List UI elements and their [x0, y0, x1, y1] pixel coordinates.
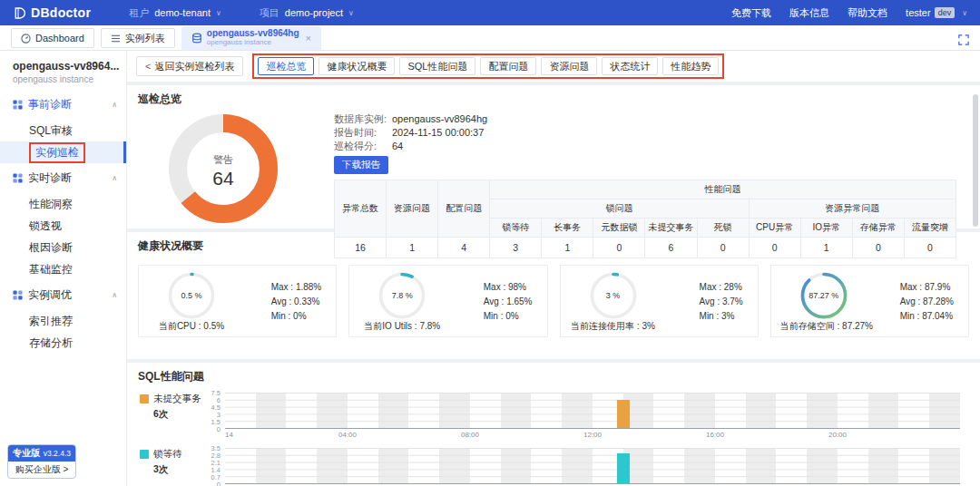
sidebar-item[interactable]: 存储分析 — [0, 332, 126, 354]
tab-label: Dashboard — [35, 33, 84, 44]
brand-name: DBdoctor — [31, 5, 91, 20]
plot-area — [225, 393, 960, 429]
report-tab[interactable]: 资源问题 — [541, 57, 597, 75]
sidebar-menu: 事前诊断∧SQL审核实例巡检实时诊断∧性能洞察锁透视根因诊断基础监控实例调优∧索… — [0, 90, 126, 354]
info-row-score: 巡检得分: 64 — [334, 140, 956, 153]
data-bar[interactable] — [617, 453, 630, 483]
close-icon[interactable]: × — [306, 33, 311, 44]
table-header: IO异常 — [800, 219, 852, 238]
gauge-stats: Max : 87.9%Avg : 87.28%Min : 87.04% — [900, 282, 954, 321]
occurrence-count: 3次 — [153, 463, 203, 476]
tab-instance-list[interactable]: 实例列表 — [101, 28, 175, 48]
main-panel: < 返回实例巡检列表 巡检总览健康状况概要SQL性能问题配置问题资源问题状态统计… — [127, 51, 980, 486]
report-tab[interactable]: 状态统计 — [602, 57, 658, 75]
tab-dashboard[interactable]: Dashboard — [11, 28, 94, 48]
table-header: 锁等待 — [490, 219, 542, 238]
link-free-download[interactable]: 免费下载 — [731, 6, 771, 20]
table-header: 未提交事务 — [645, 219, 697, 238]
link-version-info[interactable]: 版本信息 — [789, 6, 829, 20]
donut-status-label: 警告 — [213, 154, 233, 165]
table-cell: 4 — [438, 238, 490, 258]
back-button[interactable]: < 返回实例巡检列表 — [136, 56, 243, 76]
data-bar[interactable] — [617, 400, 630, 428]
x-tick-label: 08:00 — [461, 431, 479, 439]
tenant-selector[interactable]: 租户 demo-tenant ∨ — [129, 6, 221, 20]
report-tab[interactable]: SQL性能问题 — [399, 57, 475, 75]
stat-line: Min : 0% — [484, 311, 533, 321]
x-tick-label: 20:00 — [828, 431, 847, 439]
chevron-up-icon[interactable]: ∧ — [112, 174, 117, 182]
table-cell: 1 — [800, 238, 852, 258]
list-icon — [111, 34, 121, 44]
project-value: demo-project — [285, 7, 343, 18]
vertical-scrollbar[interactable] — [973, 94, 978, 227]
table-header: 存储异常 — [852, 219, 904, 238]
upgrade-link[interactable]: 购买企业版 > — [8, 462, 75, 478]
table-header: 长事务 — [542, 219, 593, 238]
table-cell: 0 — [904, 238, 956, 258]
fullscreen-icon[interactable] — [958, 33, 969, 49]
sidebar-item[interactable]: 实例巡检 — [0, 141, 126, 163]
occurrence-count: 6次 — [153, 408, 203, 421]
report-tab[interactable]: 巡检总览 — [258, 57, 314, 75]
annotation-box-tabs: 巡检总览健康状况概要SQL性能问题配置问题资源问题状态统计性能趋势 — [252, 53, 724, 79]
sidebar-item[interactable]: 锁透视 — [0, 215, 126, 237]
sidebar-item[interactable]: 索引推荐 — [0, 310, 126, 332]
sidebar: opengauss-vv8964... opengauss instance 事… — [0, 51, 127, 486]
chevron-up-icon[interactable]: ∧ — [112, 101, 117, 109]
table-header: 死锁 — [697, 219, 749, 238]
health-metric-card: 3 %当前连接使用率 : 3%Max : 28%Avg : 3.7%Min : … — [560, 265, 759, 337]
gauge-chart: 87.27 % — [798, 269, 850, 322]
sidebar-item[interactable]: 根因诊断 — [0, 237, 126, 258]
gauge-label: 当前CPU : 0.5% — [148, 320, 235, 333]
y-axis: 7.564.531.50 — [203, 393, 222, 429]
health-metric-card: 7.8 %当前IO Utils : 7.8%Max : 98%Avg : 1.6… — [348, 265, 547, 337]
sidebar-group-label: 实时诊断 — [28, 170, 72, 186]
report-tab[interactable]: 健康状况概要 — [318, 57, 395, 75]
stat-line: Max : 28% — [700, 282, 743, 292]
brand-logo[interactable]: DBdoctor — [13, 5, 91, 20]
sidebar-item[interactable]: SQL审核 — [0, 120, 126, 141]
sidebar-group[interactable]: 事前诊断∧ — [0, 90, 126, 120]
link-help-docs[interactable]: 帮助文档 — [848, 6, 887, 20]
issues-summary-table: 异常总数资源问题配置问题性能问题锁问题资源异常问题锁等待长事务元数据锁未提交事务… — [334, 180, 956, 258]
gauge-stats: Max : 28%Avg : 3.7%Min : 3% — [700, 282, 743, 321]
table-cell: 0 — [697, 238, 749, 258]
table-header: 资源问题 — [387, 180, 438, 238]
sidebar-group[interactable]: 实时诊断∧ — [0, 163, 126, 193]
y-tick-label: 0 — [217, 481, 220, 486]
chevron-up-icon[interactable]: ∧ — [112, 291, 117, 299]
report-header: < 返回实例巡检列表 巡检总览健康状况概要SQL性能问题配置问题资源问题状态统计… — [127, 51, 980, 82]
chevron-down-icon: ∨ — [348, 9, 354, 17]
license-box[interactable]: 专业版 v3.2.4.3 购买企业版 > — [7, 444, 76, 479]
gauge-label: 当前IO Utils : 7.8% — [358, 320, 446, 333]
gauge-label: 当前连接使用率 : 3% — [570, 320, 657, 333]
health-metric-card: 0.5 %当前CPU : 0.5%Max : 1.88%Avg : 0.33%M… — [138, 265, 337, 337]
instance-name: opengauss-vv8964... — [0, 51, 126, 73]
sidebar-item-label: 根因诊断 — [29, 240, 73, 256]
gauge-stats: Max : 98%Avg : 1.65%Min : 0% — [484, 282, 533, 321]
sidebar-item[interactable]: 性能洞察 — [0, 193, 126, 215]
window-tab-bar: Dashboard 实例列表 opengauss-vv8964hg openga… — [0, 25, 980, 51]
annotation-box-sidebar: 实例巡检 — [29, 142, 85, 163]
x-tick-label: 16:00 — [706, 431, 724, 439]
sidebar-item-label: 基础监控 — [29, 262, 73, 277]
tenant-label: 租户 — [129, 6, 149, 20]
gauge-value: 0.5 % — [165, 269, 218, 322]
info-row-report-time: 报告时间: 2024-11-15 00:00:37 — [334, 126, 956, 140]
download-report-button[interactable]: 下载报告 — [334, 156, 388, 174]
sidebar-group-label: 事前诊断 — [28, 97, 72, 112]
project-selector[interactable]: 项目 demo-project ∨ — [260, 6, 354, 20]
legend-swatch — [140, 394, 149, 403]
report-tab[interactable]: 性能趋势 — [662, 57, 719, 75]
chart-area: 3.52.82.11.40.701404:0008:0012:0016:0020… — [203, 448, 960, 486]
health-metric-card: 87.27 %当前存储空间 : 87.27%Max : 87.9%Avg : 8… — [770, 265, 969, 337]
user-menu[interactable]: tester dev ∨ — [906, 7, 967, 18]
sidebar-group[interactable]: 实例调优∧ — [0, 280, 126, 310]
version-label: v3.2.4.3 — [44, 449, 71, 458]
report-tab[interactable]: 配置问题 — [480, 57, 536, 75]
sidebar-item[interactable]: 基础监控 — [0, 258, 126, 280]
tab-opengauss-instance[interactable]: opengauss-vv8964hg opengauss instance × — [181, 26, 321, 50]
y-tick-label: 0 — [217, 425, 220, 433]
section-title: SQL性能问题 — [138, 369, 969, 384]
